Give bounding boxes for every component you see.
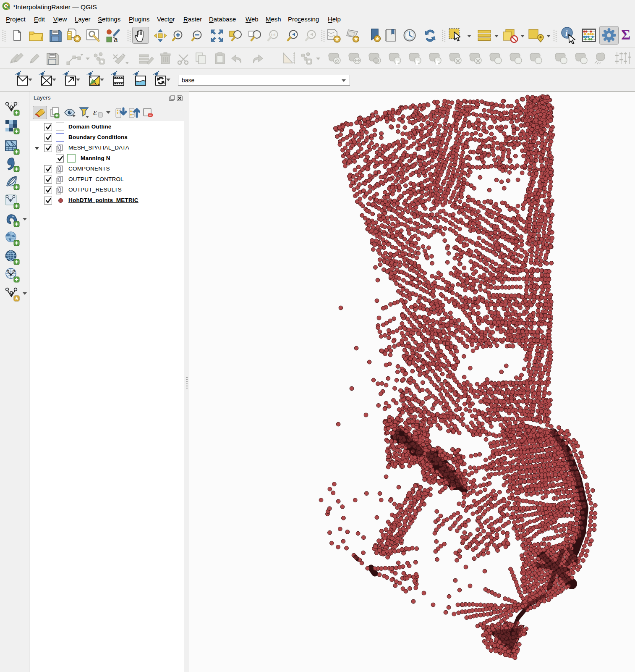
svg-text:a: a xyxy=(114,36,118,43)
svg-text:i: i xyxy=(565,29,568,37)
svg-text:Σ: Σ xyxy=(621,27,630,42)
svg-text:1:1: 1:1 xyxy=(271,33,276,37)
svg-text:ε: ε xyxy=(93,107,97,117)
